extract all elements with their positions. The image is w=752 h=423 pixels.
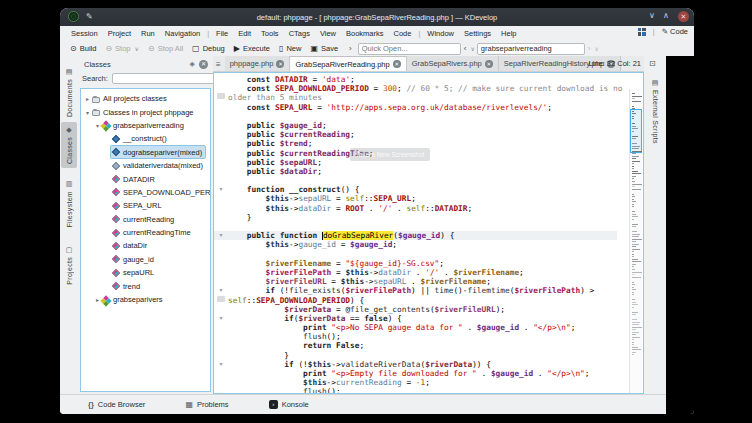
tree-item-validateriverdata-mixed[interactable]: validateriverdata(mixed) [81,159,210,172]
menu-item-bookmarks[interactable]: Bookmarks [341,29,389,38]
tree-item-currentreadingtime[interactable]: currentReadingTime [81,226,210,239]
stop-all-button[interactable]: ⊖Stop All [148,44,183,53]
fold-margin [214,213,228,222]
menu-item-session[interactable]: Session [66,29,103,38]
sidebar-tab-external-scripts[interactable]: ▤External Scripts [646,76,664,147]
sidebar-tab-classes[interactable]: ◆Classes [61,122,77,168]
float-panel-icon[interactable]: ◈ [190,60,195,68]
main-toolbar: ⊙Build⊖Stop∨⊖Stop All▢Debug▶Execute▯New▣… [60,40,694,57]
tree-item-currentreading[interactable]: currentReading [81,213,210,226]
toolview-button-konsole[interactable]: ›Konsole [269,400,309,409]
maximize-button[interactable]: ∧ [660,11,672,20]
code-menu-button[interactable]: ✎ Code [662,27,688,36]
tree-item-construct[interactable]: __construct() [81,132,210,145]
menu-item-window[interactable]: Window [422,29,459,38]
toolview-button-code-browser[interactable]: {}Code Browser [88,400,145,409]
minimize-button[interactable]: ∨ [646,11,658,20]
tree-item-grabsepariverreading[interactable]: ▾grabsepariverreading [81,119,210,132]
sidebar-tab-documents[interactable]: ▤Documents [61,64,77,121]
tree-item-label: gauge_id [123,255,154,264]
tab-close-icon[interactable]: ✕ [393,60,401,68]
tree-item-gauge-id[interactable]: gauge_id [81,253,210,266]
tree-item-dograbsepariver-mixed[interactable]: dograbsepariver(mixed) [81,146,210,159]
tree-item-datadir[interactable]: dataDir [81,239,210,252]
tree-item-sepa-download-period[interactable]: SEPA_DOWNLOAD_PERIOD [81,186,210,199]
classes-search-input[interactable] [112,73,217,84]
left-dock-strip: ▤Documents◆Classes▥Filesystem▢Projects [60,56,78,394]
tree-item-classes-in-project-phppage[interactable]: ▾Classes in project phppage [81,105,210,118]
editor-tab-grabseparivers-php[interactable]: GrabSepaRivers.php✕ [407,56,499,71]
menu-item-navigation[interactable]: Navigation [160,29,205,38]
minimap-line [632,349,641,350]
tab-close-icon[interactable]: ✕ [485,60,493,68]
nav-forward-icon[interactable]: › [585,44,594,53]
stop-button[interactable]: ⊖Stop∨ [105,44,139,53]
tree-item-sepa-url[interactable]: SEPA_URL [81,199,210,212]
nav-back-icon[interactable]: ‹ [461,44,470,53]
dropdown-arrow-icon[interactable]: ∨ [135,45,139,52]
fold-margin[interactable]: ▾ [214,231,228,240]
debug-label: Debug [203,44,225,53]
fold-margin[interactable]: ▾ [214,286,228,295]
tree-item-sepaurl[interactable]: sepaURL [81,266,210,279]
minimap-line [632,302,636,303]
menu-item-tools[interactable]: Tools [256,29,284,38]
close-panel-icon[interactable]: ✕ [199,60,208,69]
new-button[interactable]: ▯New [279,44,301,53]
quick-open-input[interactable] [358,43,461,55]
build-button[interactable]: ⊙Build [70,44,96,53]
tree-item-all-projects-classes[interactable]: ▸All projects classes [81,92,210,105]
toolbar-search-input[interactable] [477,43,585,55]
fold-margin[interactable]: ▾ [214,360,228,369]
menu-item-view[interactable]: View [315,29,341,38]
documents-icon: ▤ [66,68,73,76]
editor-tab-grabsepariverreading-php[interactable]: GrabSepaRiverReading.php✕ [290,56,406,71]
fold-margin[interactable]: ▾ [214,314,228,323]
code-line-3: older than 5 minutes [214,93,617,102]
code-text: if($riverData == false) { [228,314,402,323]
minimap-line [632,178,634,179]
fold-margin[interactable]: ▾ [214,185,228,194]
minimap-line [632,153,636,154]
activities-grid-icon[interactable] [638,28,646,36]
fold-margin [214,369,228,378]
fold-margin [214,296,228,305]
save-button[interactable]: ▣Save [310,44,338,53]
debug-button[interactable]: ▢Debug [192,44,225,53]
minimap-line [632,196,635,197]
menu-item-help[interactable]: Help [496,29,521,38]
menu-item-run[interactable]: Run [136,29,160,38]
projects-icon: ▢ [66,246,73,254]
nav-forward-dropdown-icon[interactable]: ∨ [595,45,599,52]
close-button[interactable]: ✕ [678,11,689,22]
minimap-line [632,287,634,288]
sidebar-tab-projects[interactable]: ▢Projects [61,242,77,289]
menu-item-ctags[interactable]: CTags [284,29,315,38]
code-editor[interactable]: const DATADIR = 'data'; const SEPA_DOWNL… [213,72,644,394]
menu-item-settings[interactable]: Settings [459,29,496,38]
toolview-button-label: Code Browser [98,400,146,409]
field-icon [112,188,120,196]
toolbar-overflow-icon[interactable]: › [349,44,352,53]
menu-item-file[interactable]: File [211,29,233,38]
minimap-scrollbar[interactable] [629,89,642,394]
expander-icon[interactable]: ▾ [84,109,91,116]
tree-item-trend[interactable]: trend [81,279,210,292]
tree-item-grabseparivers[interactable]: ▸grabseparivers [81,293,210,306]
menu-item-code[interactable]: Code [389,29,417,38]
tree-item-datadir[interactable]: DATADIR [81,172,210,185]
expander-icon[interactable]: ▸ [84,95,91,102]
editor-tab-phppage-php[interactable]: phppage.php✕ [225,56,291,71]
execute-button[interactable]: ▶Execute [234,44,270,53]
menu-item-edit[interactable]: Edit [233,29,256,38]
menu-item-project[interactable]: Project [103,29,136,38]
class-icon [102,296,110,304]
nav-back-dropdown-icon[interactable]: ∨ [470,45,474,52]
code-text: $riverFilePath = $this->dataDir . '/' . … [228,268,524,277]
minimap-line [632,176,636,177]
tab-close-icon[interactable]: ✕ [276,60,284,68]
document-list-icon[interactable]: ≡ [213,60,225,71]
toolview-button-problems[interactable]: ▦Problems [185,400,228,409]
split-view-icon[interactable]: ⊡ [649,59,656,68]
sidebar-tab-filesystem[interactable]: ▥Filesystem [61,176,77,231]
